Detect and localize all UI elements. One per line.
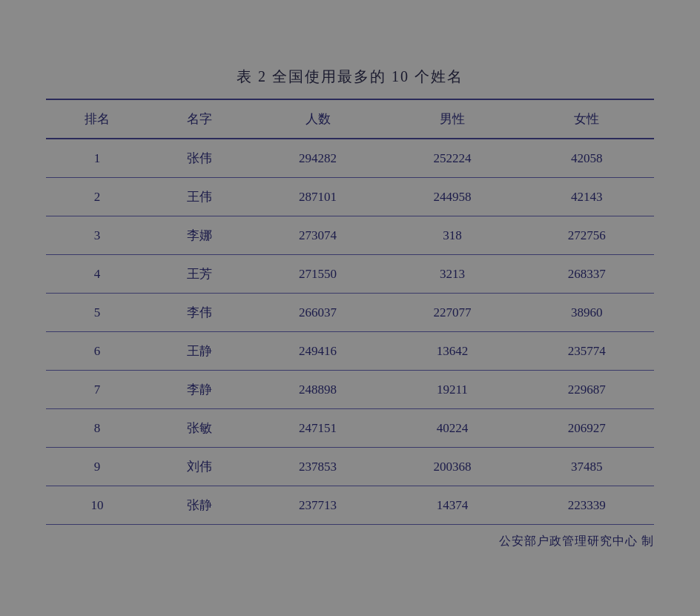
cell-rank: 1 <box>46 139 148 178</box>
cell-name: 张静 <box>148 486 251 525</box>
cell-rank: 7 <box>46 371 148 409</box>
cell-male: 227077 <box>385 294 519 332</box>
cell-male: 200368 <box>385 448 519 486</box>
cell-female: 268337 <box>520 255 654 294</box>
cell-male: 14374 <box>385 486 519 525</box>
table-row: 1张伟29428225222442058 <box>46 139 654 178</box>
cell-total: 247151 <box>251 409 385 448</box>
table-row: 8张敏24715140224206927 <box>46 409 654 448</box>
col-header-female: 女性 <box>520 99 654 139</box>
cell-name: 王芳 <box>148 255 251 294</box>
table-row: 2王伟28710124495842143 <box>46 178 654 216</box>
cell-male: 244958 <box>385 178 519 216</box>
cell-rank: 10 <box>46 486 148 525</box>
cell-rank: 3 <box>46 216 148 255</box>
cell-total: 249416 <box>251 332 385 371</box>
cell-female: 42058 <box>520 139 654 178</box>
table-row: 7李静24889819211229687 <box>46 371 654 409</box>
cell-total: 287101 <box>251 178 385 216</box>
cell-male: 252224 <box>385 139 519 178</box>
cell-total: 237713 <box>251 486 385 525</box>
cell-name: 张敏 <box>148 409 251 448</box>
cell-female: 223339 <box>520 486 654 525</box>
cell-total: 271550 <box>251 255 385 294</box>
cell-name: 李娜 <box>148 216 251 255</box>
cell-total: 273074 <box>251 216 385 255</box>
table-title: 表 2 全国使用最多的 10 个姓名 <box>46 67 654 87</box>
cell-name: 王静 <box>148 332 251 371</box>
table-row: 9刘伟23785320036837485 <box>46 448 654 486</box>
cell-female: 235774 <box>520 332 654 371</box>
footer-note: 公安部户政管理研究中心 制 <box>46 534 654 549</box>
cell-female: 229687 <box>520 371 654 409</box>
cell-total: 294282 <box>251 139 385 178</box>
col-header-name: 名字 <box>148 99 251 139</box>
data-table: 排名 名字 人数 男性 女性 1张伟294282252224420582王伟28… <box>46 99 654 525</box>
cell-male: 19211 <box>385 371 519 409</box>
table-row: 10张静23771314374223339 <box>46 486 654 525</box>
cell-male: 13642 <box>385 332 519 371</box>
table-row: 4王芳2715503213268337 <box>46 255 654 294</box>
cell-female: 42143 <box>520 178 654 216</box>
main-container: 表 2 全国使用最多的 10 个姓名 排名 名字 人数 男性 女性 1张伟294… <box>16 44 684 572</box>
cell-total: 237853 <box>251 448 385 486</box>
cell-total: 248898 <box>251 371 385 409</box>
cell-male: 40224 <box>385 409 519 448</box>
col-header-rank: 排名 <box>46 99 148 139</box>
cell-name: 李伟 <box>148 294 251 332</box>
cell-rank: 2 <box>46 178 148 216</box>
table-row: 5李伟26603722707738960 <box>46 294 654 332</box>
cell-name: 张伟 <box>148 139 251 178</box>
cell-name: 李静 <box>148 371 251 409</box>
cell-rank: 4 <box>46 255 148 294</box>
col-header-total: 人数 <box>251 99 385 139</box>
cell-rank: 5 <box>46 294 148 332</box>
cell-rank: 6 <box>46 332 148 371</box>
table-row: 6王静24941613642235774 <box>46 332 654 371</box>
cell-female: 272756 <box>520 216 654 255</box>
cell-rank: 8 <box>46 409 148 448</box>
cell-female: 37485 <box>520 448 654 486</box>
cell-male: 318 <box>385 216 519 255</box>
cell-name: 刘伟 <box>148 448 251 486</box>
cell-female: 38960 <box>520 294 654 332</box>
table-header-row: 排名 名字 人数 男性 女性 <box>46 99 654 139</box>
cell-female: 206927 <box>520 409 654 448</box>
cell-rank: 9 <box>46 448 148 486</box>
table-row: 3李娜273074318272756 <box>46 216 654 255</box>
cell-total: 266037 <box>251 294 385 332</box>
col-header-male: 男性 <box>385 99 519 139</box>
cell-male: 3213 <box>385 255 519 294</box>
cell-name: 王伟 <box>148 178 251 216</box>
